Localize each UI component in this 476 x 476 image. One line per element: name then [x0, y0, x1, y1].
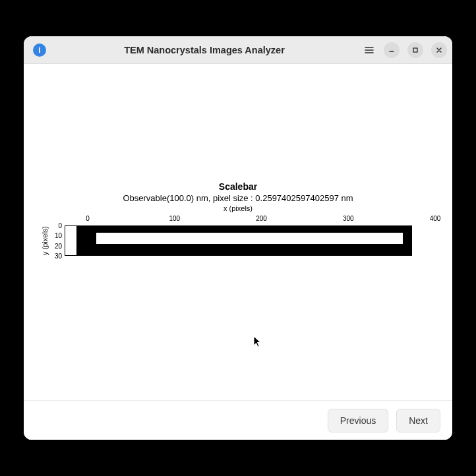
y-tick: 30 — [55, 253, 62, 260]
plot-area — [65, 225, 412, 256]
y-tick: 0 — [58, 222, 62, 229]
chart-y-axis-label: y (pixels) — [41, 226, 49, 255]
window-title: TEM Nanocrystals Images Analyzer — [46, 45, 363, 55]
maximize-button[interactable] — [407, 42, 423, 58]
chart-title: Scalebar — [219, 181, 257, 192]
hamburger-menu-icon[interactable] — [363, 44, 376, 57]
info-icon[interactable]: i — [33, 44, 46, 57]
titlebar: i TEM Nanocrystals Images Analyzer — [24, 36, 452, 64]
main-content: Scalebar Observable(100.0) nm, pixel siz… — [24, 64, 452, 400]
chart-x-axis-label: x (pixels) — [223, 204, 253, 212]
previous-button[interactable]: Previous — [328, 409, 388, 432]
window-controls — [363, 42, 447, 58]
x-axis-ticks: 0 100 200 300 400 — [88, 215, 435, 225]
x-tick: 300 — [343, 215, 354, 222]
x-tick: 0 — [86, 215, 90, 222]
scalebar-segment — [96, 233, 403, 244]
scalebar-image — [76, 226, 411, 255]
x-tick: 400 — [430, 215, 441, 222]
y-axis-ticks: 0 10 20 30 — [50, 225, 65, 256]
x-tick: 200 — [256, 215, 267, 222]
chart-area: 0 100 200 300 400 y (pixels) 0 10 20 30 — [41, 215, 435, 256]
close-button[interactable] — [431, 42, 447, 58]
next-button[interactable]: Next — [396, 409, 440, 432]
x-tick: 100 — [169, 215, 180, 222]
footer: Previous Next — [24, 400, 452, 440]
minimize-button[interactable] — [384, 42, 400, 58]
app-window: i TEM Nanocrystals Images Analyzer Scale… — [24, 36, 452, 440]
chart-subtitle: Observable(100.0) nm, pixel size : 0.259… — [123, 193, 353, 203]
svg-rect-0 — [413, 48, 417, 52]
y-tick: 10 — [55, 232, 62, 239]
y-tick: 20 — [55, 242, 62, 249]
